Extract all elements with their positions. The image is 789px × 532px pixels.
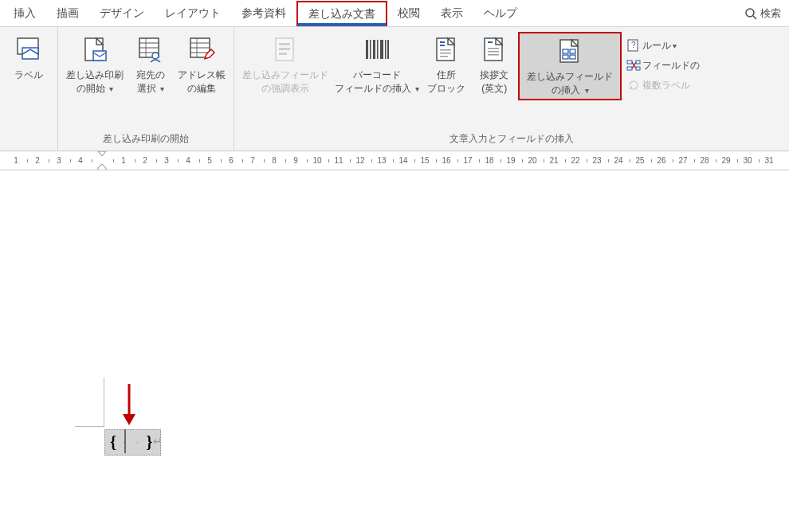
update-labels-icon bbox=[626, 78, 641, 92]
ribbon-tabs: 挿入 描画 デザイン レイアウト 参考資料 差し込み文書 校閲 表示 ヘルプ 検… bbox=[0, 0, 789, 27]
search-icon bbox=[744, 7, 757, 20]
update-labels-button: 複数ラベル bbox=[624, 76, 702, 94]
svg-rect-35 bbox=[488, 41, 493, 43]
svg-rect-31 bbox=[440, 49, 451, 51]
search-label: 検索 bbox=[760, 6, 781, 21]
insert-merge-field-button[interactable]: 差し込みフィールドの挿入 ▾ bbox=[518, 32, 622, 100]
annotation-arrow bbox=[120, 382, 139, 427]
ribbon-body: ラベル 差し込み印刷の開始 ▾ 宛先の選択 ▾ bbox=[0, 27, 789, 151]
svg-rect-26 bbox=[385, 40, 387, 59]
tab-references[interactable]: 参考資料 bbox=[231, 2, 296, 25]
margin-corner-horizontal bbox=[75, 426, 104, 427]
edit-addressbook-icon bbox=[186, 33, 218, 65]
address-block-label: 住所ブロック bbox=[427, 68, 465, 96]
rules-label: ルール bbox=[642, 39, 671, 53]
svg-rect-27 bbox=[387, 40, 389, 59]
barcode-icon bbox=[361, 33, 393, 65]
group-create-label bbox=[0, 144, 57, 147]
start-mailmerge-label: 差し込み印刷の開始 ▾ bbox=[66, 68, 124, 96]
dropdown-icon: ▾ bbox=[585, 86, 589, 95]
address-block-button[interactable]: 住所ブロック bbox=[422, 32, 470, 97]
labels-button[interactable]: ラベル bbox=[5, 32, 53, 84]
text-cursor bbox=[124, 429, 126, 453]
select-recipients-button[interactable]: 宛先の選択 ▾ bbox=[127, 32, 175, 97]
svg-rect-47 bbox=[627, 67, 632, 70]
greeting-line-button[interactable]: 挨拶文(英文) bbox=[470, 32, 518, 97]
svg-rect-48 bbox=[636, 61, 640, 64]
group-write-fields: 差し込みフィールドの強調表示 バーコードフィールドの挿入 ▾ 住所ブロック 挨拶… bbox=[234, 27, 789, 151]
side-buttons-group: ? ルール ▾ フィールドの 複数ラベル bbox=[622, 32, 705, 99]
start-mailmerge-icon bbox=[79, 33, 111, 65]
svg-rect-30 bbox=[440, 45, 445, 46]
svg-rect-37 bbox=[488, 51, 499, 53]
match-fields-button[interactable]: フィールドの bbox=[624, 57, 702, 74]
svg-rect-33 bbox=[440, 56, 448, 57]
svg-point-0 bbox=[746, 9, 754, 17]
svg-rect-24 bbox=[377, 40, 379, 59]
horizontal-ruler[interactable]: 4321123456789101112131415161718192021222… bbox=[0, 151, 789, 170]
first-line-indent-marker[interactable] bbox=[97, 151, 107, 157]
labels-label: ラベル bbox=[14, 68, 43, 82]
highlight-fields-icon bbox=[269, 33, 301, 65]
svg-rect-49 bbox=[636, 67, 640, 70]
document-page[interactable]: { · · } ↵ bbox=[0, 170, 789, 532]
select-recipients-label: 宛先の選択 ▾ bbox=[136, 68, 165, 96]
search-box[interactable]: 検索 bbox=[736, 6, 789, 21]
tab-design[interactable]: デザイン bbox=[89, 2, 155, 25]
barcode-label: バーコードフィールドの挿入 ▾ bbox=[335, 68, 419, 96]
group-start-label: 差し込み印刷の開始 bbox=[58, 131, 234, 147]
rules-button[interactable]: ? ルール ▾ bbox=[624, 37, 702, 54]
dropdown-icon: ▾ bbox=[673, 41, 677, 50]
svg-rect-5 bbox=[93, 51, 106, 61]
tab-mailings[interactable]: 差し込み文書 bbox=[296, 1, 387, 26]
svg-rect-19 bbox=[279, 48, 290, 50]
paragraph-mark: ↵ bbox=[153, 435, 163, 448]
svg-rect-38 bbox=[488, 54, 499, 56]
svg-rect-32 bbox=[440, 53, 451, 54]
tab-insert[interactable]: 挿入 bbox=[3, 2, 46, 25]
dropdown-icon: ▾ bbox=[415, 84, 419, 93]
group-write-label: 文章入力とフィールドの挿入 bbox=[234, 131, 789, 147]
svg-rect-21 bbox=[366, 40, 368, 59]
edit-addressbook-label: アドレス帳の編集 bbox=[178, 68, 226, 96]
edit-addressbook-button[interactable]: アドレス帳の編集 bbox=[175, 32, 229, 97]
barcode-button[interactable]: バーコードフィールドの挿入 ▾ bbox=[332, 32, 422, 97]
dropdown-icon: ▾ bbox=[160, 84, 164, 93]
greeting-line-icon bbox=[478, 33, 510, 65]
tab-view[interactable]: 表示 bbox=[430, 2, 473, 25]
match-fields-icon bbox=[626, 58, 641, 72]
svg-text:?: ? bbox=[631, 41, 636, 49]
dropdown-icon: ▾ bbox=[109, 84, 113, 93]
svg-rect-23 bbox=[373, 40, 375, 59]
svg-rect-22 bbox=[370, 40, 371, 59]
highlight-fields-button: 差し込みフィールドの強調表示 bbox=[239, 32, 332, 97]
tab-draw[interactable]: 描画 bbox=[46, 2, 89, 25]
labels-icon bbox=[13, 33, 45, 65]
select-recipients-icon bbox=[135, 33, 167, 65]
insert-merge-field-label: 差し込みフィールドの挿入 ▾ bbox=[527, 70, 613, 97]
svg-rect-36 bbox=[488, 48, 499, 49]
svg-line-1 bbox=[753, 16, 756, 19]
hanging-indent-marker[interactable] bbox=[97, 163, 107, 170]
group-start-mailmerge: 差し込み印刷の開始 ▾ 宛先の選択 ▾ アドレス帳の編集 差し込み印刷の開始 bbox=[58, 27, 234, 151]
field-dots: · · bbox=[120, 438, 147, 447]
svg-rect-18 bbox=[279, 43, 290, 45]
update-labels-label: 複数ラベル bbox=[642, 79, 690, 92]
start-mailmerge-button[interactable]: 差し込み印刷の開始 ▾ bbox=[63, 32, 127, 97]
left-brace: { bbox=[110, 433, 120, 452]
svg-rect-46 bbox=[627, 61, 632, 64]
svg-rect-20 bbox=[279, 53, 287, 55]
svg-point-11 bbox=[152, 53, 159, 59]
svg-rect-25 bbox=[380, 40, 383, 59]
match-fields-label: フィールドの bbox=[642, 59, 700, 72]
tab-help[interactable]: ヘルプ bbox=[473, 2, 528, 25]
document-area: { · · } ↵ bbox=[0, 170, 789, 532]
rules-icon: ? bbox=[626, 38, 641, 53]
svg-rect-29 bbox=[440, 41, 445, 43]
margin-corner-vertical bbox=[104, 377, 104, 427]
highlight-fields-label: 差し込みフィールドの強調表示 bbox=[242, 68, 328, 96]
tab-review[interactable]: 校閲 bbox=[387, 2, 430, 25]
greeting-line-label: 挨拶文(英文) bbox=[480, 68, 508, 96]
group-create: ラベル bbox=[0, 27, 58, 151]
tab-layout[interactable]: レイアウト bbox=[155, 2, 231, 25]
